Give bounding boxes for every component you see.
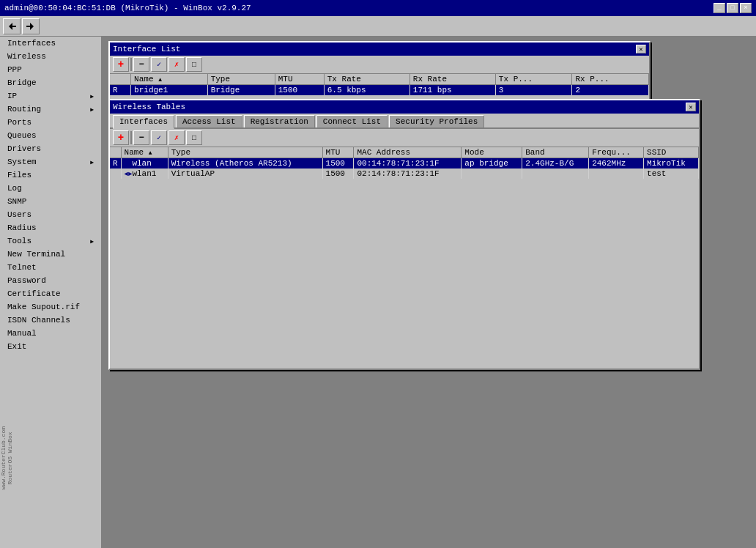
wrow1-mac: 00:14:78:71:23:1F: [354, 158, 462, 169]
wrow2-ssid: test: [644, 169, 699, 179]
interface-list-title: Interface List: [113, 45, 180, 53]
maximize-button[interactable]: □: [727, 3, 738, 13]
sidebar-item-certificate[interactable]: Certificate: [0, 287, 101, 300]
row-name: bridge1: [131, 85, 208, 96]
table-row[interactable]: ◄►wlan1 VirtualAP 1500 02:14:78:71:23:1F…: [110, 169, 699, 179]
row-txrate: 6.5 kbps: [324, 85, 410, 96]
wireless-toolbar: + − ✓ ✗ □: [110, 129, 699, 147]
wcol-mac[interactable]: MAC Address: [354, 147, 462, 158]
sidebar-item-ip[interactable]: IP▶: [0, 89, 101, 103]
sidebar-item-snmp[interactable]: SNMP: [0, 195, 101, 208]
ilist-x-button[interactable]: ✗: [168, 57, 185, 72]
wrow2-mtu: 1500: [322, 169, 354, 179]
wcol-mtu[interactable]: MTU: [322, 147, 354, 158]
tab-registration[interactable]: Registration: [244, 115, 315, 127]
sidebar-item-drivers[interactable]: Drivers: [0, 142, 101, 155]
sidebar-item-ppp[interactable]: PPP: [0, 63, 101, 76]
watermark: www.RouterClub.com RouterOS WinBox: [0, 426, 16, 489]
wcol-ssid[interactable]: SSID: [644, 147, 699, 158]
sidebar: www.RouterClub.com RouterOS WinBox Inter…: [0, 37, 103, 548]
wireless-remove-button[interactable]: −: [133, 130, 149, 145]
wrow2-type: VirtualAP: [168, 169, 322, 179]
svg-rect-3: [26, 26, 31, 27]
sidebar-item-queues[interactable]: Queues: [0, 129, 101, 142]
main-toolbar: [0, 16, 756, 37]
wcol-flag: [110, 147, 121, 158]
sidebar-item-files[interactable]: Files: [0, 169, 101, 182]
wcol-type[interactable]: Type: [168, 147, 322, 158]
wrow2-mode: [462, 169, 522, 179]
tab-interfaces[interactable]: Interfaces: [113, 115, 174, 129]
ilist-col-type[interactable]: Type: [207, 74, 275, 85]
ilist-col-flag: [110, 74, 131, 85]
wrow2-mac: 02:14:78:71:23:1F: [354, 169, 462, 179]
wireless-box-button[interactable]: □: [186, 130, 202, 145]
ilist-col-rxp[interactable]: Rx P...: [572, 74, 649, 85]
ilist-col-name[interactable]: Name ▲: [131, 74, 208, 85]
wireless-tables-close-button[interactable]: ✕: [686, 103, 696, 111]
table-row[interactable]: R bridge1 Bridge 1500 6.5 kbps 1711 bps …: [110, 85, 649, 96]
interface-list-table-area: Name ▲ Type MTU Tx Rate Rx Rate Tx P... …: [110, 74, 649, 95]
ilist-add-button[interactable]: +: [113, 57, 129, 72]
sidebar-item-log[interactable]: Log: [0, 182, 101, 195]
ilist-col-rxrate[interactable]: Rx Rate: [410, 74, 495, 85]
row-txp: 3: [495, 85, 572, 96]
sidebar-item-new-terminal[interactable]: New Terminal: [0, 248, 101, 261]
wrow1-band: 2.4GHz-B/G: [522, 158, 589, 169]
sidebar-item-routing[interactable]: Routing▶: [0, 103, 101, 116]
wcol-freq[interactable]: Frequ...: [589, 147, 644, 158]
tab-access-list[interactable]: Access List: [176, 115, 242, 127]
sidebar-item-make-supout[interactable]: Make Supout.rif: [0, 300, 101, 314]
row-flag: R: [110, 85, 131, 96]
ilist-col-txrate[interactable]: Tx Rate: [324, 74, 410, 85]
ilist-box-button[interactable]: □: [186, 57, 202, 72]
table-row[interactable]: R ◄►wlan Wireless (Atheros AR5213) 1500 …: [110, 158, 699, 169]
wrow1-name: ◄►wlan: [121, 158, 168, 169]
title-controls: _ □ ×: [714, 3, 752, 13]
sidebar-item-radius[interactable]: Radius: [0, 221, 101, 234]
wireless-check-button[interactable]: ✓: [151, 130, 167, 145]
wrow1-freq: 2462MHz: [589, 158, 644, 169]
sidebar-item-manual[interactable]: Manual: [0, 327, 101, 340]
wcol-name[interactable]: Name ▲: [121, 147, 168, 158]
row-mtu: 1500: [275, 85, 324, 96]
minimize-button[interactable]: _: [714, 3, 725, 13]
wireless-tables-title: Wireless Tables: [113, 103, 185, 111]
row-rxrate: 1711 bps: [410, 85, 495, 96]
sidebar-item-users[interactable]: Users: [0, 208, 101, 221]
sidebar-item-isdn[interactable]: ISDN Channels: [0, 314, 101, 327]
ilist-separator1: [130, 58, 132, 71]
main-layout: www.RouterClub.com RouterOS WinBox Inter…: [0, 37, 756, 548]
interface-list-window: Interface List ✕ + − ✓ ✗ □ Name ▲ Type: [108, 41, 651, 107]
sidebar-item-system[interactable]: System▶: [0, 155, 101, 169]
sidebar-item-tools[interactable]: Tools▶: [0, 234, 101, 248]
ilist-check-button[interactable]: ✓: [151, 57, 167, 72]
tab-security-profiles[interactable]: Security Profiles: [389, 115, 484, 127]
title-bar: admin@00:50:04:BC:51:DB (MikroTik) - Win…: [0, 0, 756, 16]
sidebar-item-telnet[interactable]: Telnet: [0, 261, 101, 274]
close-button[interactable]: ×: [740, 3, 752, 13]
wireless-add-button[interactable]: +: [113, 130, 129, 145]
wcol-band[interactable]: Band: [522, 147, 589, 158]
sidebar-item-ports[interactable]: Ports: [0, 116, 101, 129]
ilist-col-mtu[interactable]: MTU: [275, 74, 324, 85]
wireless-tables-window: Wireless Tables ✕ Interfaces Access List…: [108, 99, 700, 370]
back-button[interactable]: [3, 18, 21, 34]
wrow2-freq: [589, 169, 644, 179]
wrow1-ssid: MikroTik: [644, 158, 699, 169]
wireless-tables-titlebar: Wireless Tables ✕: [110, 100, 699, 114]
ilist-col-txp[interactable]: Tx P...: [495, 74, 572, 85]
sidebar-item-interfaces[interactable]: Interfaces: [0, 37, 101, 50]
forward-button[interactable]: [22, 18, 40, 34]
wireless-x-button[interactable]: ✗: [168, 130, 185, 145]
interface-list-titlebar: Interface List ✕: [110, 42, 649, 56]
sidebar-item-bridge[interactable]: Bridge: [0, 76, 101, 89]
tab-connect-list[interactable]: Connect List: [316, 115, 388, 127]
sidebar-item-password[interactable]: Password: [0, 274, 101, 287]
interface-list-close-button[interactable]: ✕: [636, 45, 646, 53]
wireless-separator1: [130, 131, 132, 144]
sidebar-item-exit[interactable]: Exit: [0, 340, 101, 353]
wcol-mode[interactable]: Mode: [462, 147, 522, 158]
ilist-remove-button[interactable]: −: [133, 57, 149, 72]
sidebar-item-wireless[interactable]: Wireless: [0, 50, 101, 63]
